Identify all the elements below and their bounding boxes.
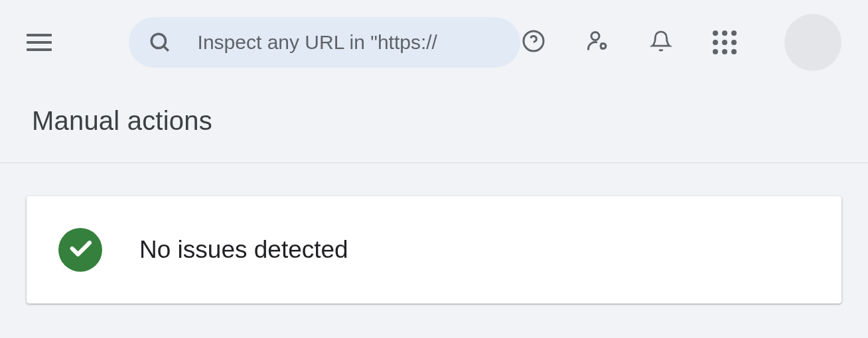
apps-icon	[713, 30, 737, 54]
title-section: Manual actions	[0, 85, 868, 163]
status-card: No issues detected	[27, 196, 841, 304]
user-settings-icon	[585, 29, 609, 56]
notifications-button[interactable]	[648, 29, 674, 56]
svg-point-4	[591, 32, 599, 40]
hamburger-icon	[27, 34, 52, 36]
account-avatar[interactable]	[784, 14, 841, 71]
menu-button[interactable]	[27, 29, 52, 56]
apps-button[interactable]	[711, 29, 738, 56]
user-settings-button[interactable]	[584, 29, 611, 56]
svg-point-5	[601, 44, 606, 49]
search-icon	[149, 31, 171, 54]
svg-point-0	[151, 34, 165, 48]
help-icon	[522, 29, 545, 56]
success-badge	[58, 228, 102, 272]
search-bar[interactable]	[129, 17, 520, 68]
header-actions	[520, 14, 841, 71]
status-message: No issues detected	[139, 236, 348, 264]
content-area: No issues detected	[0, 163, 868, 337]
header	[0, 0, 868, 85]
help-button[interactable]	[520, 29, 547, 56]
search-input[interactable]	[198, 31, 500, 54]
bell-icon	[650, 30, 672, 55]
page-title: Manual actions	[32, 106, 836, 136]
checkmark-icon	[66, 235, 94, 265]
svg-line-1	[163, 46, 168, 51]
